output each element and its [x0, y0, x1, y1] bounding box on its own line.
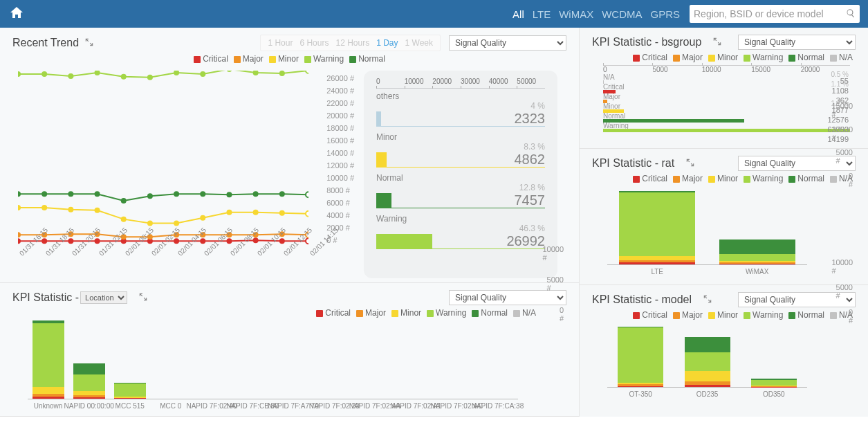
svg-point-44 [226, 71, 232, 72]
legend-item[interactable]: Warning [744, 174, 783, 183]
trend-title: Recent Trend [12, 37, 79, 49]
nav-tab-lte[interactable]: LTE [533, 8, 551, 20]
svg-point-37 [41, 71, 47, 77]
expand-icon[interactable] [697, 294, 712, 306]
legend-item[interactable]: Major [673, 310, 703, 320]
legend-item[interactable]: Normal [472, 308, 508, 318]
legend-rat: CriticalMajorMinorWarningNormalN/A [592, 174, 856, 183]
time-tab[interactable]: 6 Hours [299, 38, 329, 48]
rat-title: KPI Statistic - rat [592, 157, 674, 170]
expand-icon[interactable] [133, 292, 148, 304]
svg-point-2 [68, 238, 73, 244]
svg-point-1 [41, 238, 47, 244]
legend-item[interactable]: Warning [427, 308, 466, 318]
legend-item[interactable]: Normal [788, 53, 824, 62]
svg-point-36 [18, 71, 21, 77]
legend-location: CriticalMajorMinorWarningNormalN/A [12, 308, 566, 318]
nav-tab-all[interactable]: All [513, 8, 524, 20]
svg-point-48 [18, 191, 21, 197]
time-range-tabs: 1 Hour6 Hours12 Hours1 Day1 Week [260, 35, 441, 51]
legend-item[interactable]: Minor [708, 174, 738, 183]
legend-trend: CriticalMajorMinorWarningNormal [12, 54, 566, 64]
legend-item[interactable]: Warning [304, 54, 344, 64]
legend-item[interactable]: Major [673, 174, 703, 183]
svg-point-52 [121, 198, 127, 204]
svg-point-54 [174, 191, 179, 197]
time-tab[interactable]: 1 Week [405, 38, 433, 48]
bsgroup-kpi-select[interactable]: Signal Quality [738, 35, 856, 50]
legend-item[interactable]: Critical [633, 174, 667, 183]
time-tab[interactable]: 1 Hour [268, 38, 293, 48]
legend-item[interactable]: Critical [316, 308, 351, 318]
search-box[interactable] [690, 5, 860, 23]
svg-point-8 [226, 238, 232, 244]
legend-item[interactable]: Minor [708, 310, 738, 320]
svg-point-35 [306, 211, 308, 217]
svg-point-27 [95, 208, 100, 213]
legend-item[interactable]: N/A [830, 53, 853, 62]
search-icon[interactable] [846, 8, 856, 20]
search-input[interactable] [694, 8, 846, 19]
legend-item[interactable]: Critical [633, 310, 667, 320]
panel-location: KPI Statistic - Location Signal Quality … [0, 283, 579, 417]
side-bar-row: Minor8.3 %4862 [376, 132, 545, 168]
side-bar-row: others4 %2323 [376, 91, 545, 127]
legend-item[interactable]: Minor [391, 308, 421, 318]
rat-stacked-chart: 0 #5000 #10000 #15000 #LTEWiMAX [592, 183, 856, 280]
legend-item[interactable]: Warning [744, 53, 783, 62]
panel-model: KPI Statistic - model Signal Quality Cri… [580, 285, 868, 407]
svg-point-41 [147, 75, 153, 80]
topbar: AllLTEWiMAXWCDMAGPRS [0, 0, 868, 28]
home-icon[interactable] [8, 5, 25, 24]
svg-point-11 [306, 238, 308, 244]
expand-icon[interactable] [680, 158, 695, 170]
legend-item[interactable]: Normal [349, 54, 385, 64]
nav-tabs: AllLTEWiMAXWCDMAGPRS [513, 8, 680, 20]
legend-item[interactable]: Critical [194, 54, 228, 64]
location-dimension-select[interactable]: Location [80, 291, 127, 304]
nav-tab-wcdma[interactable]: WCDMA [602, 8, 642, 20]
panel-trend: Recent Trend 1 Hour6 Hours12 Hours1 Day1… [0, 28, 579, 283]
model-title: KPI Statistic - model [592, 293, 692, 306]
svg-point-42 [174, 71, 179, 75]
trend-line-chart: 26000 #24000 #22000 #20000 #18000 #16000… [12, 64, 358, 278]
svg-point-50 [68, 191, 73, 197]
legend-item[interactable]: Major [673, 53, 703, 62]
svg-point-12 [18, 232, 21, 237]
legend-item[interactable]: Normal [788, 174, 824, 183]
legend-item[interactable]: N/A [513, 308, 536, 318]
nav-tab-wimax[interactable]: WiMAX [559, 8, 593, 20]
legend-item[interactable]: Minor [269, 54, 299, 64]
legend-item[interactable]: Normal [788, 310, 824, 320]
time-tab[interactable]: 12 Hours [335, 38, 369, 48]
location-title-prefix: KPI Statistic - [12, 291, 79, 304]
nav-tab-gprs[interactable]: GPRS [650, 8, 680, 20]
svg-point-9 [253, 237, 259, 243]
location-stacked-chart: 0 #5000 #10000 #UnknownNAPID 00:00:00MCC… [12, 318, 566, 415]
legend-item[interactable]: Major [234, 54, 264, 64]
expand-icon[interactable] [79, 37, 94, 49]
legend-bsgroup: CriticalMajorMinorWarningNormalN/A [592, 53, 856, 62]
svg-point-10 [279, 238, 285, 244]
expand-icon[interactable] [707, 37, 722, 48]
svg-point-24 [18, 205, 21, 210]
svg-point-55 [200, 191, 205, 197]
legend-item[interactable]: Major [356, 308, 386, 318]
svg-point-53 [147, 193, 153, 199]
side-bar-row: Warning46.3 %26992 [376, 214, 545, 249]
svg-point-57 [253, 191, 259, 197]
legend-item[interactable]: Minor [708, 53, 738, 62]
svg-point-32 [226, 210, 232, 215]
time-tab[interactable]: 1 Day [376, 38, 398, 48]
svg-point-51 [95, 191, 100, 197]
legend-item[interactable]: Warning [744, 310, 783, 320]
svg-point-49 [41, 191, 47, 197]
legend-item[interactable]: Critical [633, 53, 667, 62]
trend-kpi-select[interactable]: Signal Quality [449, 35, 566, 51]
location-kpi-select[interactable]: Signal Quality [449, 290, 566, 305]
svg-point-28 [121, 217, 127, 222]
panel-rat: KPI Statistic - rat Signal Quality Criti… [580, 149, 868, 285]
bsgroup-title: KPI Statistic - bsgroup [592, 36, 701, 48]
svg-point-45 [253, 71, 259, 75]
svg-point-29 [147, 221, 153, 226]
